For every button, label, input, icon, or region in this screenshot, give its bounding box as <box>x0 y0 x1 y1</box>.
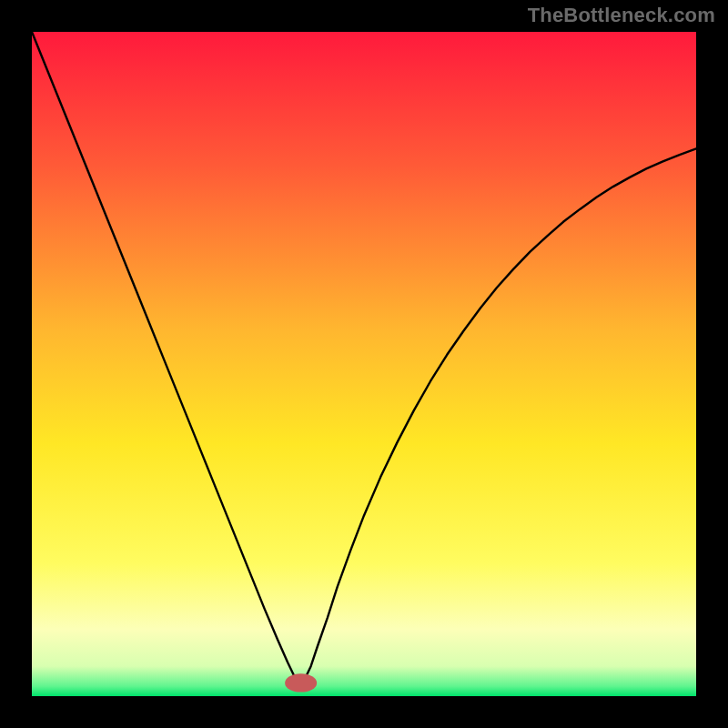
plot-background <box>32 32 696 696</box>
optimum-marker <box>285 673 317 692</box>
bottleneck-chart <box>0 0 728 728</box>
chart-frame: TheBottleneck.com <box>0 0 728 728</box>
watermark-text: TheBottleneck.com <box>528 4 715 27</box>
